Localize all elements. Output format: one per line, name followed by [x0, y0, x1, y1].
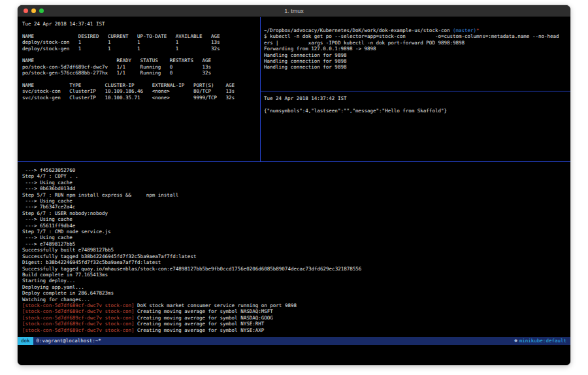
terminal-line: [22, 52, 260, 57]
terminal-line: [22, 76, 260, 82]
terminal-line: Handling connection for 9898: [264, 58, 570, 64]
terminal-line: Handling connection for 9898: [264, 52, 570, 58]
close-button[interactable]: [24, 8, 28, 13]
terminal-line: ers | xargs -IPOD kubectl -n dok port-fo…: [264, 40, 570, 46]
traffic-lights: [24, 5, 44, 16]
terminal-line: ---> Using cache: [22, 235, 570, 240]
terminal-line: [stock-con-5d7df689cf-dwc7v stock-con] C…: [22, 315, 570, 321]
terminal-line: ---> 7b6347ce2a4c: [22, 204, 570, 210]
terminal-line: deploy/stock-con 1 1 1 1 13s: [22, 39, 260, 45]
terminal-line: NAME DESIRED CURRENT UP-TO-DATE AVAILABL…: [22, 33, 260, 39]
terminal-line: Forwarding from 127.0.0.1:9898 -> 9898: [264, 46, 570, 52]
status-bar-right: ☸ minikube:default: [514, 337, 570, 345]
terminal-line: Digest: b38b42246945fd7f32c5ba9aea7af7fd…: [22, 259, 570, 265]
minimize-button[interactable]: [31, 8, 36, 13]
terminal-line: Handling connection for 9898: [264, 64, 570, 70]
window-title-bar: 1. tmux: [18, 5, 570, 17]
pane-service-output[interactable]: Tue 24 Apr 2018 14:37:42 IST {"numsymbol…: [261, 91, 570, 161]
terminal-line: [stock-con-5d7df689cf-dwc7v stock-con] D…: [22, 302, 570, 308]
terminal-line: Successfully tagged b38b42246945fd7f32c5…: [22, 253, 570, 259]
terminal-line: $ kubectl -n dok get po --selector=app=s…: [264, 33, 570, 39]
tmux-terminal-area: Tue 24 Apr 2018 14:37:41 IST NAME DESIRE…: [18, 17, 570, 365]
terminal-line: svc/stock-con ClusterIP 10.109.186.46 <n…: [22, 88, 260, 94]
terminal-line: [stock-con-5d7df689cf-dwc7v stock-con] C…: [22, 308, 570, 314]
terminal-line: ~/Dropbox/advocacy/Kubernetes/DoK/work/d…: [264, 27, 570, 33]
terminal-line: NAME READY STATUS RESTARTS AGE: [22, 57, 260, 63]
terminal-window: 1. tmux Tue 24 Apr 2018 14:37:41 IST NAM…: [18, 5, 570, 365]
terminal-line: ---> 0b636bd013dd: [22, 186, 570, 191]
terminal-line: Deploying app.yaml...: [22, 284, 570, 290]
terminal-line: po/stock-gen-576cc688bb-277hx 1/1 Runnin…: [22, 70, 260, 76]
terminal-line: Starting deploy...: [22, 278, 570, 284]
terminal-line: {"numsymbols":4,"lastseen":"","message":…: [264, 108, 570, 114]
tmux-window-label[interactable]: 0:vagrant@localhost:~*: [33, 337, 105, 345]
terminal-line: Build complete in 77.165413ms: [22, 272, 570, 278]
pane-port-forward[interactable]: ~/Dropbox/advocacy/Kubernetes/DoK/work/d…: [261, 17, 570, 91]
terminal-line: [22, 27, 260, 33]
terminal-line: Watching for changes...: [22, 297, 570, 302]
zoom-button[interactable]: [39, 8, 44, 13]
terminal-line: [stock-con-5d7df689cf-dwc7v stock-con] C…: [22, 327, 570, 333]
terminal-line: [264, 101, 570, 107]
terminal-line: Successfully tagged quay.io/mhausenblas/…: [22, 266, 570, 272]
terminal-line: Step 5/7 : RUN npm install express && np…: [22, 192, 570, 198]
terminal-line: Step 4/7 : COPY . .: [22, 173, 570, 179]
terminal-line: [stock-con-5d7df689cf-dwc7v stock-con] C…: [22, 321, 570, 327]
terminal-line: ---> Using cache: [22, 216, 570, 222]
terminal-line: NAME TYPE CLUSTER-IP EXTERNAL-IP PORT(S)…: [22, 82, 260, 88]
terminal-line: ---> 65611ff9db4e: [22, 223, 570, 229]
terminal-line: Successfully built e74898127bb5: [22, 247, 570, 253]
terminal-line: Tue 24 Apr 2018 14:37:41 IST: [22, 21, 260, 27]
status-bar-left: dok 0:vagrant@localhost:~*: [18, 337, 105, 345]
terminal-line: Step 6/7 : USER nobody:nobody: [22, 210, 570, 216]
tmux-session-name[interactable]: dok: [18, 337, 33, 345]
terminal-line: ---> Using cache: [22, 180, 570, 186]
window-title: 1. tmux: [284, 8, 304, 14]
terminal-line: ---> f45623052760: [22, 167, 570, 173]
kubernetes-helm-icon: ☸: [514, 337, 519, 345]
pane-kubectl-resources[interactable]: Tue 24 Apr 2018 14:37:41 IST NAME DESIRE…: [18, 17, 260, 161]
terminal-line: po/stock-con-5d7df689cf-dwc7v 1/1 Runnin…: [22, 64, 260, 70]
terminal-line: deploy/stock-gen 1 1 1 1 32s: [22, 46, 260, 52]
pane-skaffold-build-log[interactable]: ---> f45623052760Step 4/7 : COPY . . ---…: [18, 162, 570, 337]
terminal-line: ---> e74898127bb5: [22, 241, 570, 247]
kubernetes-context-label: minikube:default: [519, 337, 570, 345]
tmux-status-bar: dok 0:vagrant@localhost:~* ☸ minikube:de…: [18, 337, 570, 345]
terminal-line: Deploy complete in 286.647823ms: [22, 290, 570, 296]
terminal-line: ---> Using cache: [22, 198, 570, 204]
terminal-line: svc/stock-gen ClusterIP 10.100.35.71 <no…: [22, 95, 260, 101]
terminal-line: Step 7/7 : CMD node service.js: [22, 229, 570, 235]
terminal-line: Tue 24 Apr 2018 14:37:42 IST: [264, 95, 570, 101]
